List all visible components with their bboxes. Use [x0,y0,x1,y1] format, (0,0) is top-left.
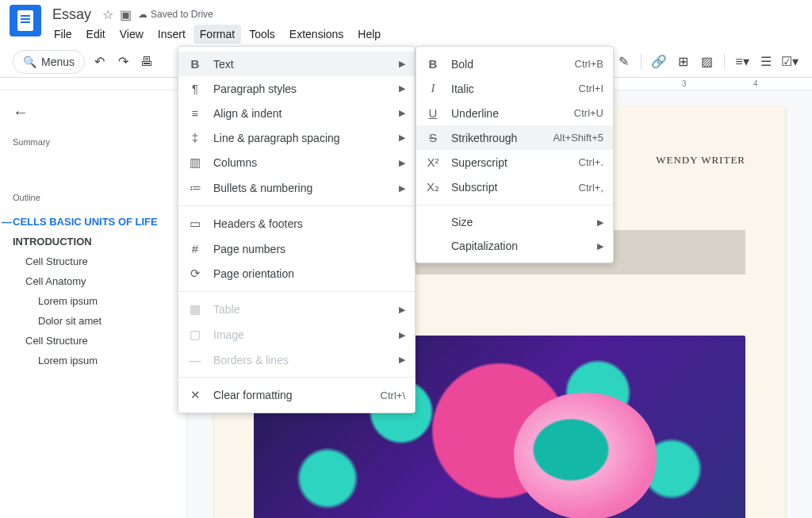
menu-item-label: Paragraph styles [213,82,388,95]
format-image: ▢Image▶ [178,322,415,347]
format-clear-formatting[interactable]: ✕Clear formattingCtrl+\ [178,382,415,408]
menu-format[interactable]: Format [193,25,241,44]
text-separator [416,205,613,205]
outline-item[interactable]: Dolor sit amet [13,311,162,331]
menu-item-label: Clear formatting [213,389,370,401]
menu-view[interactable]: View [113,25,150,44]
menu-item-label: Line & paragraph spacing [213,132,388,144]
menu-item-label: Size [451,216,586,228]
redo-icon[interactable]: ↷ [113,52,132,71]
menus-button[interactable]: 🔍 Menus [13,50,85,74]
format-align-indent[interactable]: ≡Align & indent▶ [178,101,415,125]
format-text[interactable]: BText▶ [178,52,415,76]
back-arrow-icon[interactable]: ← [13,103,162,121]
text-italic[interactable]: IItalicCtrl+I [416,76,613,101]
page-numbers-icon: # [188,242,202,255]
outline-sidebar: ← Summary Outline CELLS BASIC UNITS OF L… [0,90,174,518]
chevron-right-icon: ▶ [399,108,405,118]
outline-item[interactable]: Lorem ipsum [13,291,162,311]
menu-edit[interactable]: Edit [80,25,112,44]
highlight-icon[interactable]: ✎ [614,52,633,71]
undo-icon[interactable]: ↶ [90,52,109,71]
summary-heading: Summary [13,137,162,147]
menu-item-label: Columns [213,156,388,169]
image-icon[interactable]: ▨ [697,52,716,71]
paragraph-styles-icon: ¶ [188,82,202,95]
outline-item[interactable]: INTRODUCTION [13,232,162,251]
menu-item-label: Italic [451,82,568,95]
text-size[interactable]: Size▶ [416,210,613,234]
chevron-right-icon: ▶ [399,305,405,315]
superscript-icon: X² [426,155,440,169]
format-headers-footers[interactable]: ▭Headers & footers [178,211,415,236]
format-page-orientation[interactable]: ⟳Page orientation [178,261,415,286]
image-icon: ▢ [188,328,202,342]
checklist-icon[interactable]: ☑▾ [780,52,799,71]
format-line-paragraph-spacing[interactable]: ‡Line & paragraph spacing▶ [178,125,415,150]
ruler-tick: 4 [753,79,758,88]
format-page-numbers[interactable]: #Page numbers [178,236,415,261]
outline-heading: Outline [13,193,162,202]
star-icon[interactable]: ☆ [102,7,113,22]
doc-title[interactable]: Essay [48,5,96,25]
saved-label: Saved to Drive [151,9,213,20]
text-capitalization[interactable]: Capitalization▶ [416,234,613,258]
format-paragraph-styles[interactable]: ¶Paragraph styles▶ [178,76,415,101]
text-bold[interactable]: BBoldCtrl+B [416,52,613,76]
format-columns[interactable]: ▥Columns▶ [178,150,415,175]
format-borders-lines: —Borders & lines▶ [178,347,415,372]
outline-item[interactable]: Cell Structure [13,331,162,351]
align-indent-icon: ≡ [188,106,202,120]
chevron-right-icon: ▶ [399,330,405,340]
menu-item-label: Text [213,58,388,71]
menu-help[interactable]: Help [351,25,387,44]
clear-formatting-icon: ✕ [188,388,202,402]
outline-item[interactable]: Cell Structure [13,251,162,271]
format-separator [178,205,415,206]
menu-item-label: Align & indent [213,107,388,120]
header: Essay ☆ ▣ ☁ Saved to Drive FileEditViewI… [0,0,812,46]
print-icon[interactable]: 🖶 [137,52,156,71]
italic-icon: I [426,82,440,95]
shortcut-label: Ctrl+U [574,107,603,119]
menu-item-label: Headers & footers [213,217,405,230]
menu-extensions[interactable]: Extensions [283,25,350,44]
menu-tools[interactable]: Tools [243,25,282,44]
shortcut-label: Ctrl+\ [381,389,405,401]
align-icon[interactable]: ≡▾ [733,52,752,71]
outline-item[interactable]: Lorem ipsum [13,351,162,370]
chevron-right-icon: ▶ [399,83,405,94]
line-paragraph-spacing-icon: ‡ [188,131,202,144]
text-subscript[interactable]: X₂SubscriptCtrl+, [416,175,613,200]
text-superscript[interactable]: X²SuperscriptCtrl+. [416,150,613,175]
strikethrough-icon: S [426,131,440,144]
comment-icon[interactable]: ⊞ [673,52,692,71]
borders-lines-icon: — [188,353,202,366]
underline-icon: U [426,106,440,120]
text-underline[interactable]: UUnderlineCtrl+U [416,101,613,125]
menu-item-label: Strikethrough [451,132,542,144]
outline-item[interactable]: CELLS BASIC UNITS OF LIFE [13,212,162,232]
shortcut-label: Ctrl+I [579,82,603,94]
format-menu-dropdown: BText▶¶Paragraph styles▶≡Align & indent▶… [178,46,416,413]
outline-item[interactable]: Cell Anatomy [13,271,162,291]
link-icon[interactable]: 🔗 [649,52,668,71]
docs-logo[interactable] [10,5,41,36]
text-strikethrough[interactable]: SStrikethroughAlt+Shift+5 [416,125,613,150]
menu-item-label: Borders & lines [213,354,388,366]
menu-item-label: Table [213,303,388,316]
cloud-status[interactable]: ☁ Saved to Drive [138,9,213,20]
shortcut-label: Ctrl+B [575,58,603,70]
menu-file[interactable]: File [48,25,79,44]
outline-list: CELLS BASIC UNITS OF LIFEINTRODUCTIONCel… [13,212,162,370]
shortcut-label: Ctrl+. [579,156,603,168]
text-icon: B [188,57,202,71]
spacing-icon[interactable]: ☰ [756,52,776,71]
bold-icon: B [426,57,440,71]
move-icon[interactable]: ▣ [120,7,132,22]
format-bullets-numbering[interactable]: ≔Bullets & numbering▶ [178,175,415,201]
chevron-right-icon: ▶ [399,158,405,168]
headers-footers-icon: ▭ [188,217,202,231]
menu-insert[interactable]: Insert [151,25,192,44]
chevron-right-icon: ▶ [597,241,603,251]
